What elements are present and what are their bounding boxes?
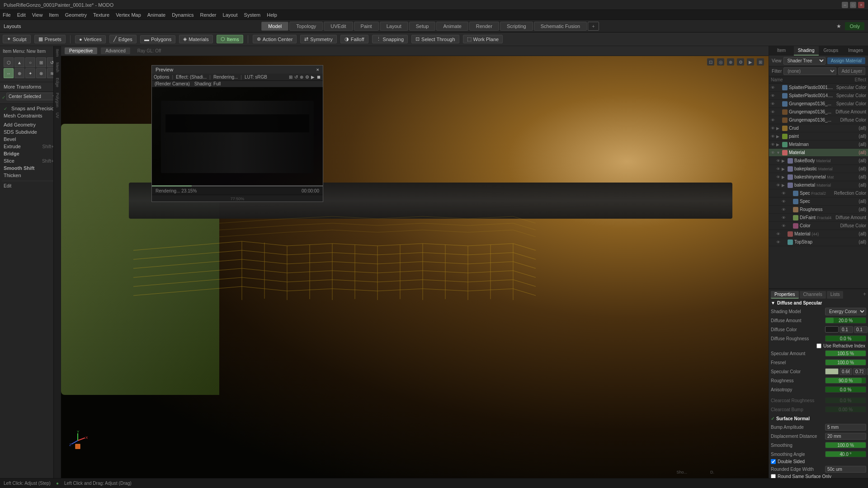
tab-model[interactable]: Model	[261, 22, 288, 31]
maximize-button[interactable]: □	[850, 2, 856, 8]
shader-row-1[interactable]: 👁 SplatterPlastic0014.... Specular Color	[769, 92, 868, 100]
menu-help[interactable]: Help	[267, 12, 277, 18]
shader-row-color[interactable]: 👁 Color Diffuse Color	[769, 222, 868, 230]
tool-icon-2[interactable]: ▲	[14, 57, 24, 67]
shader-row-bakeshiny[interactable]: 👁 ▶ bakeshinymetal Mat (all)	[769, 173, 868, 181]
eye-icon-2[interactable]: 👁	[771, 102, 776, 106]
smoothing-slider[interactable]: 100.0 %	[825, 442, 866, 448]
only-button[interactable]: Only	[845, 22, 864, 30]
expand-icon-paint[interactable]: ▶	[776, 134, 781, 139]
shader-row-4[interactable]: 👁 Grungemaps0136_... Diffuse Color	[769, 116, 868, 124]
work-plane-button[interactable]: ⬚ Work Plane	[463, 35, 503, 43]
rounded-edge-input[interactable]	[825, 466, 866, 473]
preview-icon-3[interactable]: ⊕	[300, 75, 303, 80]
tab-add[interactable]: +	[588, 22, 599, 31]
tab-topology[interactable]: Topology	[289, 22, 323, 31]
shader-row-material44[interactable]: 👁 Material (44) (all)	[769, 230, 868, 238]
bevel-item[interactable]: Bevel	[2, 136, 59, 143]
tool-icon-6[interactable]: ↔	[4, 68, 14, 78]
eye-icon-0[interactable]: 👁	[771, 85, 776, 90]
shader-row-bakeplastic[interactable]: 👁 ▶ bakeplastic Material (all)	[769, 165, 868, 173]
shader-row-3[interactable]: 👁 Grungemaps0136_... Diffuse Amount	[769, 108, 868, 116]
polygons-button[interactable]: ▬ Polygons	[140, 35, 175, 43]
expand-icon-bakeshiny[interactable]: ▶	[782, 175, 786, 179]
snapping-button[interactable]: ⋮ Snapping	[372, 35, 408, 43]
bridge-item[interactable]: Bridge	[2, 150, 59, 157]
tab-render[interactable]: Render	[469, 22, 499, 31]
diffuse-roughness-slider[interactable]: 0.0 %	[825, 335, 866, 342]
double-sided-checkbox[interactable]	[771, 459, 776, 464]
close-button[interactable]: ×	[858, 2, 864, 8]
smooth-shift-item[interactable]: Smooth Shift	[2, 164, 59, 172]
vert-tab-mesh[interactable]: Mesh	[54, 60, 61, 75]
assign-material-button[interactable]: Assign Material	[827, 57, 865, 64]
eye-icon-bakebody[interactable]: 👁	[776, 159, 782, 163]
fresnel-slider[interactable]: 100.0 %	[825, 359, 866, 366]
presets-button[interactable]: ▦ Presets	[34, 35, 66, 43]
eye-icon-material[interactable]: 👁	[771, 150, 776, 155]
eye-icon-3[interactable]: 👁	[771, 110, 776, 114]
eye-icon-metalman[interactable]: 👁	[771, 142, 776, 147]
eye-icon-spec2[interactable]: 👁	[782, 199, 787, 204]
vp-icon-5[interactable]: ▶	[747, 58, 754, 66]
eye-icon-topstrap[interactable]: 👁	[776, 240, 782, 244]
shader-row-spec-refl[interactable]: 👁 Spec Fractal2 Reflection Color	[769, 189, 868, 197]
preview-icon-6[interactable]: ⏹	[316, 75, 321, 80]
vp-tab-perspective[interactable]: Perspective	[65, 47, 97, 54]
use-refractive-checkbox[interactable]	[816, 343, 821, 348]
vert-tab-uv[interactable]: UV	[54, 110, 61, 121]
eye-icon-material44[interactable]: 👁	[776, 232, 782, 236]
preview-shading[interactable]: Shading: Full	[194, 81, 221, 86]
preview-effect[interactable]: Effect: (Shadi...	[176, 75, 207, 80]
thicken-item[interactable]: Thicken	[2, 172, 59, 179]
tool-icon-7[interactable]: ⊕	[14, 68, 24, 78]
preview-icon-5[interactable]: ▶	[311, 75, 315, 80]
shader-row-2[interactable]: 👁 Grungemaps0136_... Specular Color	[769, 100, 868, 108]
menu-system[interactable]: System	[244, 12, 261, 18]
specular-color-swatch[interactable]	[825, 368, 839, 375]
menu-texture[interactable]: Texture	[93, 12, 109, 18]
vp-tab-advanced[interactable]: Advanced	[101, 47, 130, 54]
eye-icon-bakeplastic[interactable]: 👁	[776, 167, 782, 171]
tab-scripting[interactable]: Scripting	[500, 22, 533, 31]
tab-layout[interactable]: Layout	[380, 22, 408, 31]
diffuse-amount-slider[interactable]: 20.0 %	[825, 317, 866, 324]
eye-icon-paint[interactable]: 👁	[771, 134, 776, 139]
anisotropy-slider[interactable]: 0.0 %	[825, 386, 866, 393]
tab-animate[interactable]: Animate	[436, 22, 468, 31]
minimize-button[interactable]: –	[842, 2, 848, 8]
expand-icon-metalman[interactable]: ▶	[776, 142, 781, 147]
preview-icon-2[interactable]: ↺	[294, 75, 298, 80]
preview-lut[interactable]: LUT: sRGB	[245, 75, 267, 80]
expand-icon-material[interactable]: ▼	[776, 150, 781, 155]
shader-row-metalman[interactable]: 👁 ▶ Metalman (all)	[769, 141, 868, 149]
materials-button[interactable]: ◈ Materials	[179, 35, 213, 43]
eye-icon-bakeshiny[interactable]: 👁	[776, 175, 782, 179]
preview-titlebar[interactable]: Preview ×	[152, 66, 323, 74]
tool-icon-4[interactable]: ⊞	[36, 57, 46, 67]
vert-tab-polygon[interactable]: Polygon	[54, 90, 61, 110]
prop-tab-properties[interactable]: Properties	[771, 291, 799, 299]
shader-row-bakebody[interactable]: 👁 ▶ BakeBody Material (all)	[769, 157, 868, 165]
mesh-constraints-item[interactable]: Mesh Constraints	[2, 112, 59, 119]
eye-icon-spec-refl[interactable]: 👁	[782, 191, 787, 196]
menu-geometry[interactable]: Geometry	[65, 12, 87, 18]
add-geometry-item[interactable]: Add Geometry	[2, 121, 59, 128]
shader-row-bakemetal[interactable]: 👁 ▶ bakemetal Material (all)	[769, 181, 868, 189]
sds-subdivide-item[interactable]: SDS Subdivide	[2, 128, 59, 136]
shader-row-spec2[interactable]: 👁 Spec (all)	[769, 197, 868, 206]
vp-icon-2[interactable]: ◎	[717, 58, 724, 66]
menu-layout[interactable]: Layout	[223, 12, 238, 18]
preview-close-button[interactable]: ×	[316, 67, 319, 72]
expand-icon-bakeplastic[interactable]: ▶	[782, 167, 786, 171]
shader-row-0[interactable]: 👁 SplatterPlastic0001.... Specular Color	[769, 84, 868, 92]
vp-icon-6[interactable]: ⊞	[757, 58, 764, 66]
view-select[interactable]: Shader Tree	[783, 57, 826, 65]
smoothing-angle-slider[interactable]: 40.0 °	[825, 451, 866, 457]
select-through-button[interactable]: ⊡ Select Through	[411, 35, 459, 43]
symmetry-button[interactable]: ⇄ Symmetry	[300, 35, 337, 43]
snaps-precision-item[interactable]: ✓ Snaps and Precision	[2, 105, 59, 112]
falloff-button[interactable]: ◑ Falloff	[340, 35, 368, 43]
vp-icon-1[interactable]: ⊡	[707, 58, 714, 66]
diffuse-color-swatch[interactable]	[825, 326, 839, 333]
